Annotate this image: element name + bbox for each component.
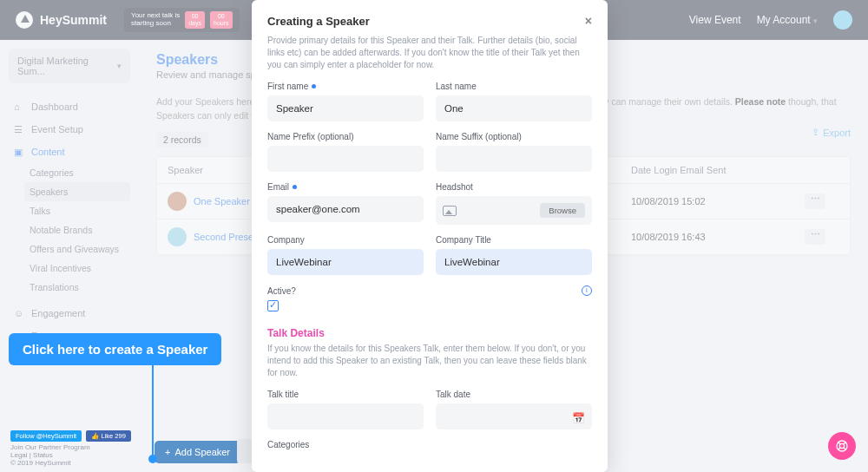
prefix-input[interactable] bbox=[267, 146, 424, 172]
modal-header: Creating a Speaker × bbox=[267, 14, 592, 28]
company-title-input[interactable] bbox=[436, 249, 592, 275]
svg-line-3 bbox=[844, 442, 846, 444]
prefix-label: Name Prefix (optional) bbox=[267, 132, 424, 141]
active-label: Active? bbox=[267, 286, 296, 296]
first-name-label: First name bbox=[267, 82, 424, 91]
company-label: Company bbox=[267, 235, 424, 245]
copyright: © 2019 HeySummit bbox=[10, 459, 131, 467]
email-label: Email bbox=[267, 182, 424, 192]
svg-line-2 bbox=[838, 442, 840, 444]
suffix-label: Name Suffix (optional) bbox=[436, 132, 592, 141]
twitter-follow-button[interactable]: Follow @HeySummit bbox=[10, 430, 82, 442]
company-title-label: Company Title bbox=[436, 235, 592, 245]
required-icon bbox=[312, 84, 316, 88]
talk-details-heading: Talk Details bbox=[267, 327, 592, 339]
close-icon[interactable]: × bbox=[585, 14, 592, 28]
talk-date-input[interactable] bbox=[436, 403, 592, 429]
last-name-input[interactable] bbox=[436, 95, 592, 121]
footer: Follow @HeySummit 👍 Like 299 Join Our Pa… bbox=[10, 430, 131, 467]
last-name-label: Last name bbox=[436, 82, 592, 91]
modal-title: Creating a Speaker bbox=[267, 15, 370, 28]
talk-date-label: Talk date bbox=[436, 390, 592, 399]
legal-links[interactable]: Legal | Status bbox=[10, 451, 131, 459]
active-checkbox[interactable] bbox=[267, 300, 279, 311]
svg-line-5 bbox=[844, 448, 846, 450]
email-input[interactable] bbox=[267, 196, 424, 222]
tutorial-callout: Click here to create a Speaker bbox=[9, 333, 221, 365]
suffix-input[interactable] bbox=[436, 146, 592, 172]
partner-link[interactable]: Join Our Partner Program bbox=[10, 443, 131, 451]
talk-title-input[interactable] bbox=[267, 403, 424, 429]
svg-line-4 bbox=[838, 448, 840, 450]
browse-button[interactable]: Browse bbox=[540, 203, 585, 218]
create-speaker-modal: Creating a Speaker × Provide primary det… bbox=[252, 0, 608, 472]
required-icon bbox=[293, 185, 297, 189]
lifebuoy-icon bbox=[835, 439, 849, 453]
talk-details-desc: If you know the details for this Speaker… bbox=[267, 343, 592, 379]
categories-label: Categories bbox=[267, 440, 592, 449]
talk-title-label: Talk title bbox=[267, 390, 424, 399]
callout-pointer-dot bbox=[148, 455, 157, 463]
headshot-label: Headshot bbox=[436, 182, 592, 192]
info-icon[interactable]: i bbox=[582, 285, 592, 296]
plus-icon: + bbox=[165, 447, 170, 457]
first-name-input[interactable] bbox=[267, 95, 424, 121]
help-fab-button[interactable] bbox=[828, 432, 856, 460]
fb-like-button[interactable]: 👍 Like 299 bbox=[86, 430, 130, 442]
svg-point-1 bbox=[839, 443, 844, 448]
image-icon bbox=[443, 206, 457, 216]
modal-description: Provide primary details for this Speaker… bbox=[267, 35, 592, 71]
callout-pointer-line bbox=[152, 357, 154, 458]
company-input[interactable] bbox=[267, 249, 424, 275]
calendar-icon[interactable]: 📅 bbox=[572, 412, 585, 424]
headshot-upload[interactable]: Browse bbox=[436, 196, 592, 225]
add-speaker-button[interactable]: +Add Speaker bbox=[155, 441, 240, 463]
